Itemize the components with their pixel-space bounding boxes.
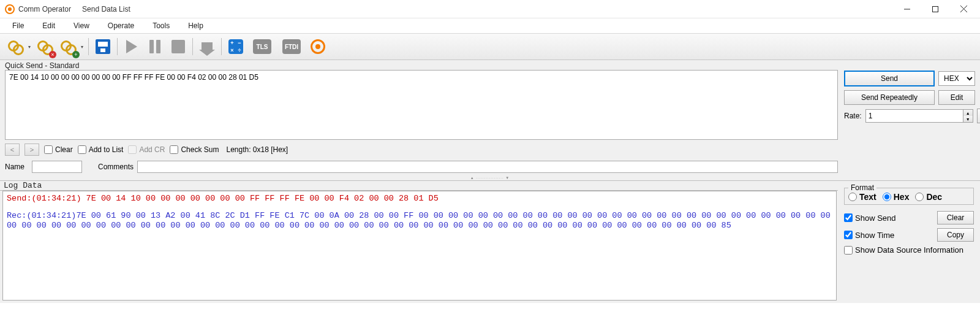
show-source-label: Show Data Source Information (855, 245, 963, 255)
add-cr-checkbox-label: Add CR (139, 145, 165, 154)
add-to-list-checkbox-label: Add to List (89, 145, 124, 154)
titlebar: Comm Operator Send Data List (0, 0, 980, 18)
clear-checkbox[interactable] (44, 145, 53, 154)
log-data-panel: Log Data Send:(01:34:21) 7E 00 14 10 00 … (0, 180, 980, 303)
show-send-checkbox-wrap[interactable]: Show Send (844, 213, 896, 223)
format-legend: Format (848, 183, 876, 192)
close-icon (960, 6, 967, 12)
calculator-icon: +−×÷ (228, 39, 243, 54)
panel-splitter[interactable] (0, 175, 980, 180)
format-dec-label: Dec (926, 192, 942, 202)
send-button[interactable]: Send (844, 71, 935, 86)
add-to-list-checkbox-wrap[interactable]: Add to List (78, 145, 124, 154)
quick-send-label: Quick Send - Standard (0, 60, 980, 70)
add-to-list-checkbox[interactable] (78, 145, 86, 154)
toolbar-stop[interactable] (168, 36, 189, 57)
menu-tools[interactable]: Tools (145, 20, 177, 31)
menu-edit[interactable]: Edit (35, 20, 62, 31)
toolbar-separator (117, 38, 118, 55)
maximize-button[interactable] (921, 0, 949, 18)
clear-checkbox-label: Clear (55, 145, 73, 154)
log-output[interactable]: Send:(01:34:21) 7E 00 14 10 00 00 00 00 … (2, 191, 837, 301)
comments-input[interactable] (137, 161, 838, 173)
download-icon (202, 42, 213, 51)
show-send-label: Show Send (855, 213, 896, 223)
format-hex-radio-wrap[interactable]: Hex (883, 192, 910, 202)
rate-spin-down[interactable]: ▼ (963, 116, 973, 122)
toolbar-add-connection-dropdown[interactable]: ▾ (80, 36, 85, 57)
save-icon (96, 39, 110, 54)
edit-button[interactable]: Edit (938, 90, 975, 105)
check-sum-checkbox-label: Check Sum (181, 145, 219, 154)
ftdi-icon: FTDI (282, 39, 301, 54)
toolbar-pause[interactable] (145, 36, 165, 57)
check-sum-checkbox[interactable] (170, 145, 178, 154)
log-data-right: Format Text Hex Dec Show Send (838, 181, 980, 303)
toolbar-disconnect[interactable]: × (34, 36, 55, 57)
toolbar-calculator[interactable]: +−×÷ (225, 36, 246, 57)
minimize-button[interactable] (893, 0, 921, 18)
show-time-checkbox-wrap[interactable]: Show Time (844, 231, 894, 240)
log-copy-button[interactable]: Copy (937, 228, 974, 242)
plus-badge-icon: + (72, 51, 80, 58)
next-button[interactable]: > (24, 144, 39, 156)
toolbar-connect[interactable] (5, 36, 26, 57)
quick-send-panel: < > Clear Add to List Add CR Check Sum L… (0, 70, 980, 175)
close-button[interactable] (949, 0, 978, 18)
log-data-label: Log Data (0, 181, 838, 191)
maximize-icon (932, 6, 938, 12)
rate-input[interactable] (866, 110, 963, 122)
quick-send-data-input[interactable] (5, 70, 838, 140)
clear-checkbox-wrap[interactable]: Clear (44, 145, 73, 154)
format-hex-radio[interactable] (883, 193, 891, 201)
send-repeatedly-button[interactable]: Send Repeatedly (844, 90, 935, 105)
toolbar-target[interactable] (307, 36, 328, 57)
window-buttons (893, 0, 978, 18)
add-cr-checkbox (128, 145, 137, 154)
calc-button[interactable]: Calc (977, 109, 980, 123)
menu-view[interactable]: View (66, 20, 97, 31)
menu-file[interactable]: File (5, 20, 31, 31)
show-time-checkbox[interactable] (844, 231, 853, 239)
quick-send-name-row: Name Comments (5, 161, 838, 173)
app-icon (5, 4, 15, 14)
show-send-checkbox[interactable] (844, 213, 853, 222)
log-data-left: Log Data Send:(01:34:21) 7E 00 14 10 00 … (0, 181, 838, 303)
toolbar-tls[interactable]: TLS (249, 36, 276, 57)
toolbar-separator (192, 38, 193, 55)
show-source-checkbox[interactable] (844, 246, 853, 255)
name-input[interactable] (32, 161, 82, 173)
format-group: Format Text Hex Dec (844, 183, 974, 205)
menubar: File Edit View Operate Tools Help (0, 18, 980, 33)
rate-spinner[interactable]: ▲ ▼ (865, 109, 973, 123)
toolbar-ftdi[interactable]: FTDI (278, 36, 305, 57)
menu-operate[interactable]: Operate (100, 20, 141, 31)
toolbar-save[interactable] (92, 36, 113, 57)
menu-help[interactable]: Help (181, 20, 211, 31)
prev-button[interactable]: < (5, 144, 20, 156)
format-dec-radio-wrap[interactable]: Dec (915, 192, 942, 202)
rate-spin-up[interactable]: ▲ (963, 110, 973, 116)
data-format-select[interactable]: HEX (938, 71, 975, 86)
format-text-radio[interactable] (848, 193, 857, 201)
name-field-label: Name (5, 163, 28, 171)
quick-send-right: Send HEX Send Repeatedly Edit Rate: ▲ ▼ … (844, 70, 975, 173)
log-line-send: Send:(01:34:21) 7E 00 14 10 00 00 00 00 … (7, 194, 832, 204)
toolbar-play[interactable] (121, 36, 142, 57)
stop-icon (172, 40, 185, 53)
toolbar-connect-dropdown[interactable]: ▾ (27, 36, 32, 57)
toolbar-add-connection[interactable]: + (58, 36, 78, 57)
comments-field-label: Comments (98, 163, 134, 171)
toolbar-separator (221, 38, 222, 55)
log-clear-button[interactable]: Clear (937, 211, 974, 224)
check-sum-checkbox-wrap[interactable]: Check Sum (170, 145, 219, 154)
minimize-icon (904, 6, 910, 12)
show-source-checkbox-wrap[interactable]: Show Data Source Information (844, 245, 963, 255)
format-text-radio-wrap[interactable]: Text (848, 192, 876, 202)
tls-icon: TLS (253, 39, 271, 54)
play-icon (126, 40, 137, 53)
toolbar-download[interactable] (197, 36, 217, 57)
format-dec-radio[interactable] (915, 193, 924, 201)
log-line-rec: Rec:(01:34:21)7E 00 61 90 00 13 A2 00 41… (7, 211, 832, 231)
format-text-label: Text (859, 192, 876, 202)
